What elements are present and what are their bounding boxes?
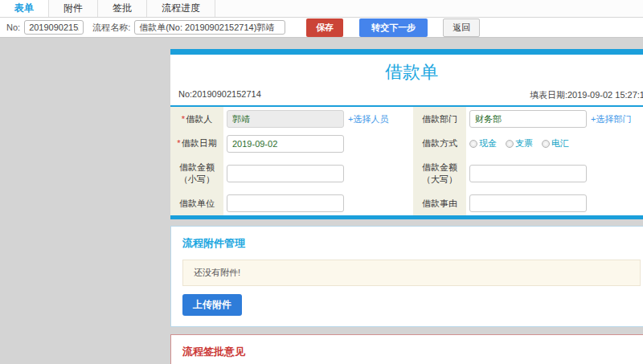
page-background: 借款单 No:20190902152714 填表日期:2019-09-02 15… — [0, 38, 643, 363]
form-fields-grid: *借款人 +选择人员 借款部门 +选择部门 *借款日期 — [170, 107, 643, 215]
upload-attachment-button[interactable]: 上传附件 — [182, 294, 242, 316]
form-no-text: No:20190902152714 — [178, 89, 261, 101]
radio-cash[interactable]: 现金 — [469, 137, 497, 149]
department-label-cell: 借款部门 — [413, 107, 466, 131]
method-field-cell: 现金 支票 电汇 — [466, 131, 643, 156]
radio-wire[interactable]: 电汇 — [542, 137, 569, 149]
amount-big-label-cell: 借款金额（大写） — [413, 156, 466, 191]
amount-small-label: 借款金额（小写） — [174, 162, 219, 186]
save-button[interactable]: 保存 — [306, 18, 343, 37]
select-person-link[interactable]: +选择人员 — [348, 113, 388, 125]
form-date-text: 填表日期:2019-09-02 15:27:1 — [530, 89, 643, 101]
method-label-cell: 借款方式 — [413, 131, 466, 156]
approval-title: 流程签批意见 — [182, 345, 641, 359]
required-asterisk: * — [177, 138, 180, 148]
approval-opinion-card: 流程签批意见 B I abc A — [170, 334, 643, 364]
radio-circle-icon — [542, 140, 550, 148]
method-label: 借款方式 — [422, 137, 457, 149]
attachments-empty-message: 还没有附件! — [182, 260, 641, 286]
attachments-card: 流程附件管理 还没有附件! 上传附件 — [170, 226, 643, 327]
reason-label-cell: 借款事由 — [413, 191, 466, 215]
top-tab-bar: 表单 附件 签批 流程进度 — [0, 0, 643, 18]
amount-small-label-cell: 借款金额（小写） — [170, 156, 223, 191]
borrower-field-cell: +选择人员 — [223, 107, 413, 131]
form-meta-row: No:20190902152714 填表日期:2019-09-02 15:27:… — [170, 87, 643, 107]
amount-big-label: 借款金额（大写） — [417, 162, 462, 186]
loan-form-card: 借款单 No:20190902152714 填表日期:2019-09-02 15… — [170, 49, 643, 219]
unit-input[interactable] — [227, 194, 344, 212]
radio-cheque[interactable]: 支票 — [506, 137, 533, 149]
unit-label-cell: 借款单位 — [170, 191, 223, 215]
form-top-accent-bar — [170, 49, 643, 55]
form-bottom-accent-bar — [170, 215, 643, 219]
radio-wire-label: 电汇 — [551, 137, 569, 149]
process-name-input[interactable] — [134, 20, 285, 35]
radio-cash-label: 现金 — [479, 137, 497, 149]
loan-date-input[interactable] — [227, 135, 344, 153]
unit-label: 借款单位 — [179, 198, 215, 210]
forward-next-step-button[interactable]: 转交下一步 — [359, 18, 428, 37]
department-label: 借款部门 — [422, 113, 457, 125]
amount-small-input[interactable] — [227, 165, 344, 182]
radio-cheque-label: 支票 — [515, 137, 533, 149]
back-button[interactable]: 返回 — [443, 18, 480, 37]
action-toolbar: No: 流程名称: 保存 转交下一步 返回 — [0, 18, 643, 38]
amount-big-input[interactable] — [469, 165, 587, 182]
loan-date-label-cell: *借款日期 — [170, 131, 223, 156]
no-label: No: — [6, 22, 20, 32]
reason-label: 借款事由 — [422, 198, 457, 210]
amount-small-field-cell — [223, 156, 413, 191]
borrower-label: 借款人 — [186, 114, 212, 124]
select-department-link[interactable]: +选择部门 — [591, 113, 631, 125]
tab-sign[interactable]: 签批 — [98, 0, 147, 17]
required-asterisk: * — [182, 114, 185, 124]
main-content-column: 借款单 No:20190902152714 填表日期:2019-09-02 15… — [170, 49, 643, 364]
reason-input[interactable] — [469, 194, 587, 212]
process-name-label: 流程名称: — [92, 22, 130, 34]
tab-form[interactable]: 表单 — [0, 0, 49, 17]
amount-big-field-cell — [466, 156, 643, 191]
loan-date-label: 借款日期 — [182, 138, 217, 148]
borrower-label-cell: *借款人 — [170, 107, 223, 131]
department-input[interactable] — [469, 110, 587, 128]
reason-field-cell — [466, 191, 643, 215]
loan-date-field-cell — [223, 131, 413, 156]
tab-attachment[interactable]: 附件 — [49, 0, 98, 17]
department-field-cell: +选择部门 — [466, 107, 643, 131]
form-title: 借款单 — [170, 55, 643, 87]
radio-circle-icon — [469, 140, 477, 148]
tab-progress[interactable]: 流程进度 — [147, 0, 215, 17]
unit-field-cell — [223, 191, 413, 215]
borrower-input[interactable] — [227, 110, 344, 128]
radio-circle-icon — [506, 140, 514, 148]
no-input[interactable] — [24, 20, 84, 35]
attachments-title: 流程附件管理 — [182, 236, 641, 251]
